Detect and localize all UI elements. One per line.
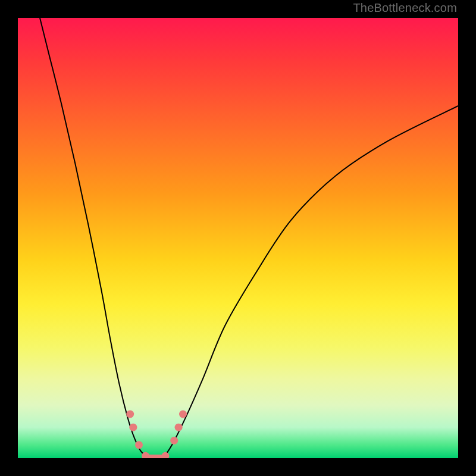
marker-dot: [135, 441, 143, 449]
marker-dot: [179, 411, 187, 418]
marker-dot: [161, 452, 169, 458]
chart-svg: [18, 18, 458, 458]
marker-dot: [170, 437, 178, 444]
right-curve: [163, 106, 458, 458]
chart-plot-area: [18, 18, 458, 458]
marker-dot: [126, 411, 134, 418]
watermark-text: TheBottleneck.com: [353, 1, 457, 15]
marker-dot: [129, 424, 137, 431]
left-curve: [40, 18, 150, 458]
marker-dot: [175, 424, 183, 431]
